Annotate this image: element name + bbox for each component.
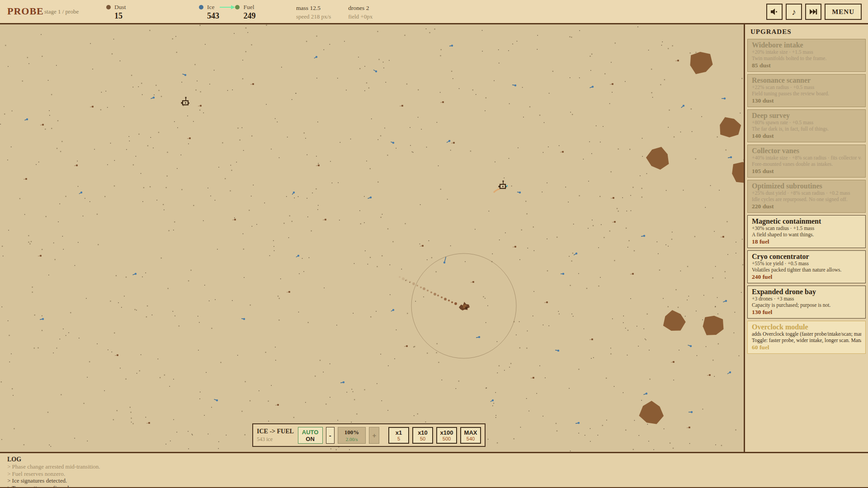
upgrade-stats: +80% spawn rate · +0.5 mass — [752, 120, 861, 126]
music-toggle-button[interactable]: ♪ — [786, 4, 802, 20]
resource-readouts: Dust 15 Ice — [106, 4, 255, 21]
upgrade-cost: 220 dust — [752, 203, 861, 210]
rate-decrease-button[interactable]: - — [326, 427, 335, 444]
upgrades-panel: UPGRADES Widebore intake +20% intake siz… — [745, 24, 868, 452]
ice-particle — [641, 235, 645, 237]
convert-amount-cost: 540 — [461, 436, 480, 442]
ice-particle — [689, 411, 693, 413]
convert-amount-label: x1 — [389, 429, 408, 436]
upgrades-header: UPGRADES — [750, 28, 866, 36]
asteroid — [690, 52, 713, 74]
ice-particle — [688, 345, 692, 347]
resource-dot-icon — [106, 5, 111, 9]
upgrade-card[interactable]: Overclock module adds Overclock toggle (… — [747, 321, 866, 354]
convert-amount-label: x10 — [413, 429, 432, 436]
ice-particle — [314, 56, 317, 58]
dust-particle — [612, 221, 616, 223]
upgrade-card[interactable]: Deep survey +80% spawn rate · +0.5 mass … — [747, 109, 866, 142]
drone — [494, 181, 508, 193]
upgrade-flavor: Fore-mounted vanes double as intakes. — [752, 161, 861, 168]
upgrade-cost: 130 fuel — [752, 309, 861, 316]
dust-particle — [611, 197, 614, 199]
dust-particle — [146, 422, 150, 424]
stat-primary: mass 12.5 — [296, 5, 331, 12]
asteroid — [639, 401, 664, 424]
fast-forward-button[interactable] — [805, 4, 821, 20]
convert-amount-button[interactable]: x100 500 — [436, 427, 457, 444]
ice-particle — [561, 273, 564, 275]
upgrade-card[interactable]: Resonance scanner +22% scan radius · +0.… — [747, 74, 866, 107]
dust-particle — [115, 354, 118, 356]
top-controls: ♪ MENU — [766, 4, 862, 20]
stage-indicator: stage 1 / probe — [44, 8, 79, 15]
convert-amount-label: MAX — [461, 429, 480, 436]
sound-toggle-button[interactable] — [766, 4, 783, 20]
ice-particle — [449, 45, 453, 47]
dust-particle — [630, 273, 634, 275]
probe-trail — [399, 276, 457, 305]
dust-particle — [440, 101, 444, 103]
menu-button[interactable]: MENU — [825, 4, 862, 20]
speaker-icon — [769, 7, 779, 16]
upgrade-card[interactable]: Optimized subroutines +25% dust yield · … — [747, 180, 866, 213]
dust-particle — [404, 345, 408, 347]
dust-particle — [198, 105, 202, 107]
upgrade-title: Overclock module — [752, 323, 861, 331]
asteroid — [663, 310, 686, 331]
dust-particle — [671, 361, 675, 363]
auto-convert-toggle[interactable]: AUTO ON — [298, 427, 323, 444]
upgrade-stats: +40% intake size · +8% scan radius · fit… — [752, 155, 861, 161]
dust-particle — [287, 291, 290, 293]
auto-label: AUTO — [298, 429, 322, 436]
rate-increase-button[interactable]: + — [369, 427, 379, 444]
ice-particle — [368, 197, 372, 199]
convert-amount-button[interactable]: MAX 540 — [460, 427, 481, 444]
fast-forward-icon — [808, 7, 818, 16]
dust-particle — [560, 151, 564, 153]
ice-particle — [722, 98, 726, 99]
dust-particle — [451, 142, 455, 144]
upgrade-title: Expanded drone bay — [752, 288, 861, 296]
ice-particle — [391, 142, 394, 144]
upgrade-stats: adds Overclock toggle (faster probe/inta… — [752, 331, 861, 338]
resource-label: Ice — [207, 4, 214, 11]
game-area: ICE -> FUEL 543 ice AUTO ON - 100% 2.00/… — [0, 24, 745, 452]
music-icon: ♪ — [792, 8, 796, 16]
resource-dot-icon — [199, 5, 203, 9]
convert-amount-button[interactable]: x10 50 — [412, 427, 433, 444]
top-bar: PROBE stage 1 / probe Dust 15 Ice — [0, 0, 868, 24]
ice-particle — [443, 257, 446, 263]
ice-particle — [491, 399, 494, 402]
convert-amount-button[interactable]: x1 5 — [388, 427, 409, 444]
ice-particle — [40, 318, 44, 320]
upgrade-card[interactable]: Widebore intake +20% intake size · +1.5 … — [747, 39, 866, 72]
upgrade-title: Widebore intake — [752, 41, 861, 49]
convert-amount-cost: 50 — [413, 436, 432, 442]
game-viewport[interactable] — [0, 24, 744, 452]
log-line: > Phase change arrested mid-transition. — [7, 464, 861, 470]
upgrade-flavor: The far dark is, in fact, full of things… — [752, 126, 861, 132]
upgrade-card[interactable]: Cryo concentrator +55% ice yield · +0.5 … — [747, 250, 866, 283]
convert-amount-cost: 500 — [437, 436, 456, 442]
dust-particle — [400, 105, 403, 107]
ice-particle — [727, 371, 731, 374]
stat-primary: drones 2 — [348, 5, 373, 12]
upgrade-stats: +20% intake size · +1.5 mass — [752, 49, 861, 56]
upgrade-card[interactable]: Collector vanes +40% intake size · +8% s… — [747, 145, 866, 178]
ice-particle — [574, 253, 577, 255]
dust-particle — [675, 60, 679, 61]
dust-particle — [471, 281, 474, 283]
ice-particle — [373, 70, 377, 73]
ice-particle — [517, 192, 521, 193]
asteroid — [703, 316, 724, 335]
upgrade-cost: 18 fuel — [752, 238, 861, 245]
log-lines: > Phase change arrested mid-transition. … — [7, 464, 861, 488]
converter-bar: ICE -> FUEL 543 ice AUTO ON - 100% 2.00/… — [252, 423, 486, 447]
upgrade-card[interactable]: Magnetic containment +30% scan radius · … — [747, 215, 866, 248]
upgrade-title: Resonance scanner — [752, 76, 861, 84]
convert-amount-cost: 5 — [389, 436, 408, 442]
upgrade-card[interactable]: Expanded drone bay +3 drones · +3 mass C… — [747, 286, 866, 319]
dust-particle — [24, 178, 27, 180]
converter-title: ICE -> FUEL — [257, 428, 295, 435]
asteroid — [720, 117, 741, 137]
